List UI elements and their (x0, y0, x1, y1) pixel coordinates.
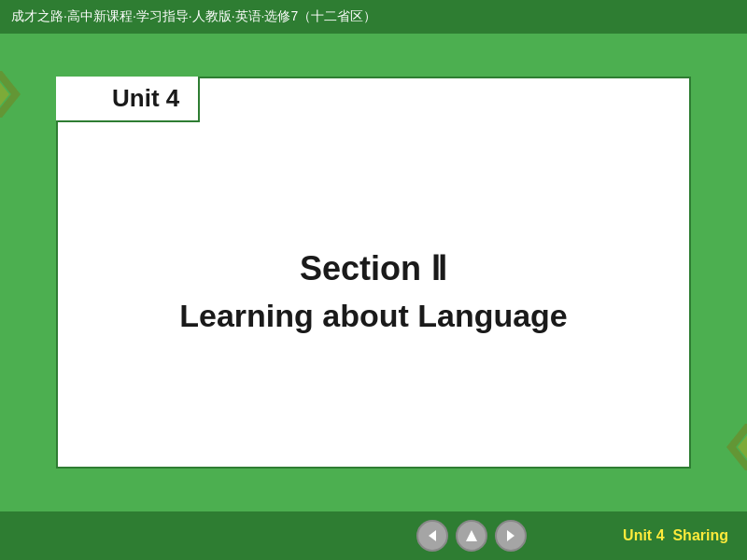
main-content: Unit 4 Section Ⅱ Learning about Language (0, 34, 747, 511)
unit-label: Unit 4 (56, 77, 200, 122)
svg-marker-8 (507, 530, 514, 541)
header-bar: 成才之路·高中新课程·学习指导·人教版·英语·选修7（十二省区） (0, 0, 747, 34)
slide-container: Unit 4 Section Ⅱ Learning about Language (56, 77, 691, 469)
deco-right-chevrons (708, 414, 747, 483)
deco-left-chevrons (0, 62, 39, 131)
bottom-right-label: Unit 4 Sharing (623, 527, 728, 544)
section-subtitle: Learning about Language (179, 298, 568, 334)
prev-button[interactable] (416, 520, 448, 552)
svg-marker-6 (429, 530, 436, 541)
section-title: Section Ⅱ (179, 249, 568, 288)
svg-marker-7 (466, 530, 477, 541)
nav-buttons (321, 520, 624, 552)
header-title: 成才之路·高中新课程·学习指导·人教版·英语·选修7（十二省区） (11, 8, 376, 25)
bottom-bar: Unit 4 Sharing (0, 511, 747, 560)
next-button[interactable] (495, 520, 527, 552)
prev-icon (425, 528, 440, 543)
next-icon (503, 528, 518, 543)
home-button[interactable] (456, 520, 487, 552)
home-icon (464, 528, 479, 543)
